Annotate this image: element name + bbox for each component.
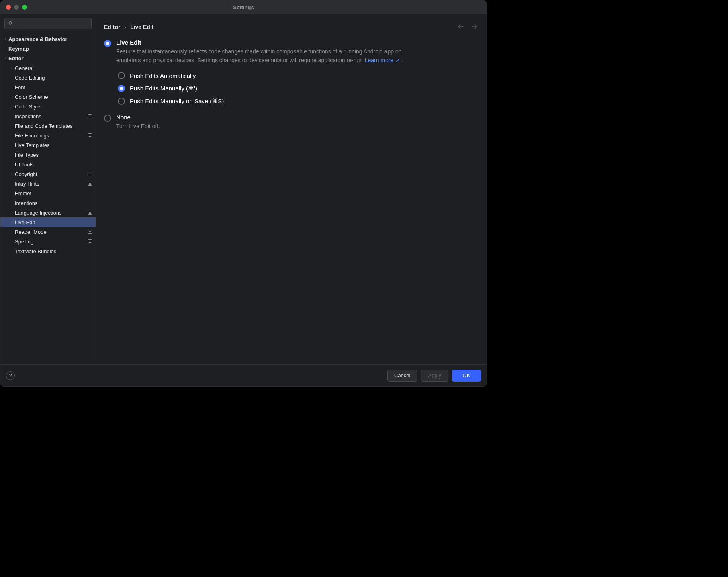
profile-badge-icon	[88, 211, 92, 215]
chevron-right-icon	[9, 133, 15, 138]
nav-back-icon[interactable]	[457, 23, 465, 32]
chevron-right-icon	[9, 142, 15, 148]
chevron-right-icon	[9, 181, 15, 186]
radio-icon[interactable]	[118, 85, 125, 92]
tree-item-label: Reader Mode	[15, 229, 88, 235]
option-live-edit-label: Live Edit	[116, 39, 421, 46]
tree-item-language-injections[interactable]: Language Injections	[0, 208, 96, 217]
tree-item-color-scheme[interactable]: Color Scheme	[0, 92, 96, 102]
tree-item-file-encodings[interactable]: File Encodings	[0, 131, 96, 140]
tree-item-label: Spelling	[15, 239, 88, 245]
tree-item-label: General	[15, 65, 92, 71]
tree-item-label: Code Editing	[15, 75, 92, 81]
apply-button[interactable]: Apply	[421, 370, 448, 382]
radio-icon[interactable]	[118, 98, 125, 105]
tree-item-intentions[interactable]: Intentions	[0, 198, 96, 208]
ok-button[interactable]: OK	[452, 370, 481, 382]
settings-tree: Appearance & BehaviorKeymapEditorGeneral…	[0, 33, 96, 364]
tree-item-label: Intentions	[15, 200, 92, 206]
tree-item-spelling[interactable]: Spelling	[0, 237, 96, 246]
dropdown-icon	[16, 22, 19, 25]
tree-item-copyright[interactable]: Copyright	[0, 169, 96, 179]
tree-item-label: File and Code Templates	[15, 123, 92, 129]
tree-item-label: Code Style	[15, 104, 92, 110]
chevron-right-icon[interactable]	[9, 104, 15, 109]
option-push-manual[interactable]: Push Edits Manually (⌘')	[118, 85, 479, 92]
tree-item-label: Editor	[8, 55, 92, 61]
tree-item-code-style[interactable]: Code Style	[0, 102, 96, 111]
breadcrumb-parent[interactable]: Editor	[104, 24, 120, 30]
help-icon[interactable]: ?	[6, 371, 15, 380]
tree-item-textmate-bundles[interactable]: TextMate Bundles	[0, 246, 96, 256]
tree-item-reader-mode[interactable]: Reader Mode	[0, 227, 96, 237]
option-push-manual-label: Push Edits Manually (⌘')	[130, 85, 197, 92]
chevron-right-icon	[9, 113, 15, 119]
option-live-edit[interactable]: Live Edit Feature that instantaneously r…	[104, 39, 479, 65]
chevron-right-icon	[9, 75, 15, 80]
chevron-right-icon	[9, 229, 15, 235]
tree-item-label: Keymap	[8, 46, 92, 52]
breadcrumb: Editor › Live Edit	[104, 24, 153, 30]
tree-item-inlay-hints[interactable]: Inlay Hints	[0, 179, 96, 188]
option-none[interactable]: None Turn Live Edit off.	[104, 114, 479, 131]
sidebar: Appearance & BehaviorKeymapEditorGeneral…	[0, 14, 96, 364]
chevron-right-icon[interactable]	[9, 65, 15, 71]
search-input[interactable]	[22, 21, 89, 27]
breadcrumb-bar: Editor › Live Edit	[104, 20, 479, 33]
tree-item-label: Inlay Hints	[15, 181, 88, 187]
tree-item-live-templates[interactable]: Live Templates	[0, 140, 96, 150]
tree-item-font[interactable]: Font	[0, 82, 96, 92]
option-push-on-save-label: Push Edits Manually on Save (⌘S)	[130, 98, 224, 105]
profile-badge-icon	[88, 133, 92, 137]
chevron-right-icon[interactable]	[9, 219, 15, 225]
tree-item-emmet[interactable]: Emmet	[0, 188, 96, 198]
body: Appearance & BehaviorKeymapEditorGeneral…	[0, 14, 487, 364]
chevron-right-icon	[9, 152, 15, 158]
svg-point-0	[9, 21, 12, 24]
breadcrumb-current: Live Edit	[130, 24, 153, 30]
tree-item-label: Inspections	[15, 113, 88, 119]
cancel-button[interactable]: Cancel	[387, 370, 417, 382]
tree-item-code-editing[interactable]: Code Editing	[0, 73, 96, 82]
tree-item-label: Emmet	[15, 190, 92, 196]
tree-item-label: Language Injections	[15, 210, 88, 216]
chevron-right-icon	[9, 239, 15, 244]
profile-badge-icon	[88, 239, 92, 243]
tree-item-file-and-code-templates[interactable]: File and Code Templates	[0, 121, 96, 131]
profile-badge-icon	[88, 172, 92, 176]
radio-icon[interactable]	[104, 40, 111, 47]
tree-item-live-edit[interactable]: Live Edit	[0, 217, 96, 227]
tree-item-inspections[interactable]: Inspections	[0, 111, 96, 121]
radio-icon[interactable]	[118, 72, 125, 79]
chevron-right-icon[interactable]	[9, 171, 15, 177]
search-icon	[8, 20, 14, 27]
radio-icon[interactable]	[104, 115, 111, 122]
tree-item-general[interactable]: General	[0, 63, 96, 73]
nav-forward-icon[interactable]	[470, 23, 479, 32]
tree-item-label: UI Tools	[15, 162, 92, 168]
tree-item-label: File Types	[15, 152, 92, 158]
tree-item-editor[interactable]: Editor	[0, 53, 96, 63]
tree-item-file-types[interactable]: File Types	[0, 150, 96, 160]
option-push-auto[interactable]: Push Edits Automatically	[118, 72, 479, 79]
chevron-right-icon	[9, 162, 15, 167]
chevron-right-icon[interactable]	[9, 94, 15, 100]
chevron-right-icon	[9, 248, 15, 254]
chevron-down-icon[interactable]	[3, 55, 8, 61]
main-panel: Editor › Live Edit Live Edit Feature tha…	[96, 14, 487, 364]
chevron-right-icon	[9, 190, 15, 196]
chevron-right-icon	[3, 46, 8, 51]
learn-more-link[interactable]: Learn more ↗	[365, 57, 400, 63]
chevron-right-icon: ›	[124, 24, 126, 30]
footer: ? Cancel Apply OK	[0, 364, 487, 386]
tree-item-appearance-behavior[interactable]: Appearance & Behavior	[0, 34, 96, 44]
settings-window: Settings Appearance & BehaviorKeymapEdit…	[0, 0, 487, 387]
search-box[interactable]	[4, 18, 92, 29]
chevron-right-icon[interactable]	[9, 210, 15, 215]
tree-item-ui-tools[interactable]: UI Tools	[0, 160, 96, 169]
tree-item-keymap[interactable]: Keymap	[0, 44, 96, 53]
option-push-auto-label: Push Edits Automatically	[130, 72, 196, 79]
profile-badge-icon	[88, 182, 92, 186]
chevron-right-icon[interactable]	[3, 36, 8, 42]
option-push-on-save[interactable]: Push Edits Manually on Save (⌘S)	[118, 98, 479, 105]
